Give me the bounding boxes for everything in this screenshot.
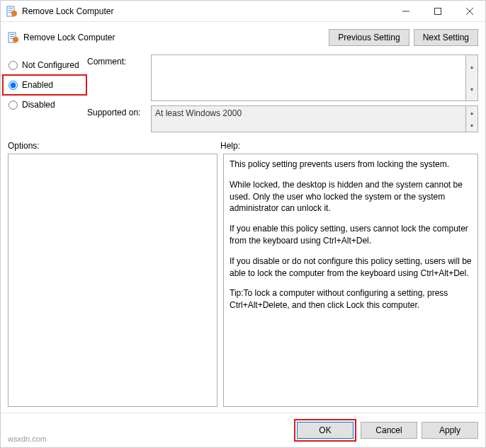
svg-point-4 xyxy=(11,11,17,16)
previous-setting-button[interactable]: Previous Setting xyxy=(329,29,409,46)
svg-rect-1 xyxy=(9,8,13,8)
header-row: Remove Lock Computer Previous Setting Ne… xyxy=(1,22,485,53)
config-area: Not Configured Enabled Disabled Comment: xyxy=(1,53,485,138)
radio-not-configured-label: Not Configured xyxy=(22,60,79,70)
help-section-label: Help: xyxy=(220,141,240,151)
supported-row: Supported on: At least Windows 2000 ▴ ▾ xyxy=(87,105,478,132)
radio-not-configured[interactable]: Not Configured xyxy=(8,56,87,74)
ok-button[interactable]: OK xyxy=(297,422,354,439)
footer: wsxdn.com OK Cancel Apply xyxy=(1,413,485,447)
window-title: Remove Lock Computer xyxy=(22,6,390,16)
help-paragraph: While locked, the desktop is hidden and … xyxy=(230,179,472,214)
spin-down-icon[interactable]: ▾ xyxy=(466,119,477,132)
ok-highlight: OK xyxy=(294,419,356,442)
spin-down-icon[interactable]: ▾ xyxy=(466,78,477,100)
comment-scroll: ▴ ▾ xyxy=(466,54,478,101)
svg-rect-6 xyxy=(434,8,441,14)
radio-disabled-label: Disabled xyxy=(22,100,55,110)
policy-header-icon xyxy=(8,32,19,43)
help-paragraph: If you disable or do not configure this … xyxy=(230,255,472,280)
options-section-label: Options: xyxy=(8,141,220,151)
close-button[interactable] xyxy=(453,1,485,21)
policy-editor-window: Remove Lock Computer Remove Lock Compute… xyxy=(0,0,486,448)
svg-rect-2 xyxy=(9,10,13,11)
radio-enabled-input[interactable] xyxy=(9,81,18,90)
supported-textarea: At least Windows 2000 xyxy=(151,105,466,132)
minimize-button[interactable] xyxy=(390,1,422,21)
help-paragraph: This policy setting prevents users from … xyxy=(230,159,472,171)
fields-column: Comment: ▴ ▾ Supported on: At least Wind… xyxy=(87,54,478,132)
supported-label: Supported on: xyxy=(87,105,151,117)
section-labels: Options: Help: xyxy=(1,138,485,154)
comment-textarea[interactable] xyxy=(151,54,466,101)
titlebar: Remove Lock Computer xyxy=(1,1,485,22)
spin-up-icon[interactable]: ▴ xyxy=(466,55,477,78)
next-setting-button[interactable]: Next Setting xyxy=(414,29,478,46)
policy-name: Remove Lock Computer xyxy=(23,33,324,42)
help-pane[interactable]: This policy setting prevents users from … xyxy=(223,154,478,407)
watermark-text: wsxdn.com xyxy=(8,435,47,443)
enabled-highlight: Enabled xyxy=(2,74,87,96)
radio-disabled-input[interactable] xyxy=(9,100,18,110)
policy-icon xyxy=(6,6,18,17)
radio-enabled-label: Enabled xyxy=(22,80,53,90)
svg-rect-10 xyxy=(10,34,14,35)
comment-label: Comment: xyxy=(87,54,151,67)
svg-rect-11 xyxy=(10,36,14,37)
window-controls xyxy=(390,1,485,21)
maximize-button[interactable] xyxy=(422,1,453,21)
comment-row: Comment: ▴ ▾ xyxy=(87,54,478,101)
svg-point-13 xyxy=(13,37,18,42)
supported-scroll: ▴ ▾ xyxy=(466,105,478,132)
apply-button[interactable]: Apply xyxy=(422,422,478,439)
panes: This policy setting prevents users from … xyxy=(1,154,485,413)
options-pane[interactable] xyxy=(8,154,217,407)
spin-up-icon[interactable]: ▴ xyxy=(466,106,477,119)
radio-disabled[interactable]: Disabled xyxy=(8,96,87,114)
help-paragraph: Tip:To lock a computer without configuri… xyxy=(230,287,472,311)
radio-enabled[interactable]: Enabled xyxy=(8,76,81,94)
cancel-button[interactable]: Cancel xyxy=(361,422,417,439)
state-radios: Not Configured Enabled Disabled xyxy=(8,54,87,132)
help-paragraph: If you enable this policy setting, users… xyxy=(230,223,472,247)
radio-not-configured-input[interactable] xyxy=(9,61,18,70)
